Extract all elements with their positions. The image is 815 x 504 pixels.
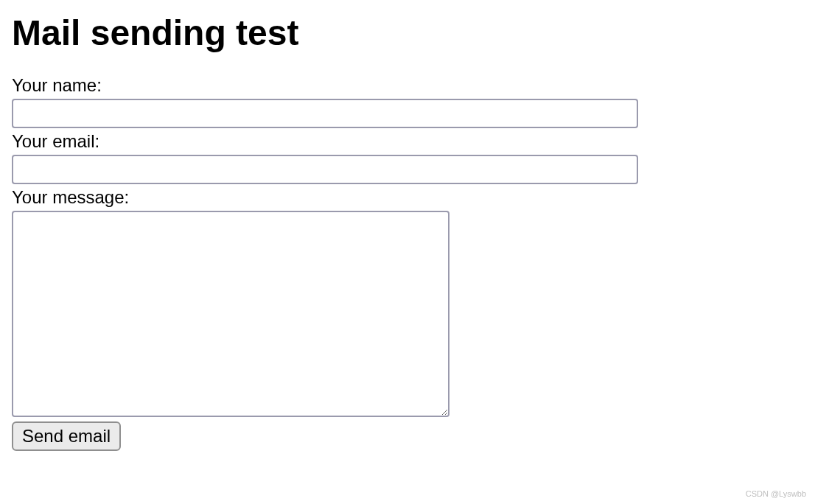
name-label: Your name: — [12, 75, 803, 96]
page-title: Mail sending test — [12, 12, 803, 55]
email-input[interactable] — [12, 155, 638, 184]
message-textarea[interactable] — [12, 211, 450, 417]
send-email-button[interactable]: Send email — [12, 421, 121, 451]
email-label: Your email: — [12, 131, 803, 152]
name-input[interactable] — [12, 99, 638, 128]
message-label: Your message: — [12, 187, 803, 208]
mail-form: Your name: Your email: Your message: Sen… — [12, 75, 803, 451]
